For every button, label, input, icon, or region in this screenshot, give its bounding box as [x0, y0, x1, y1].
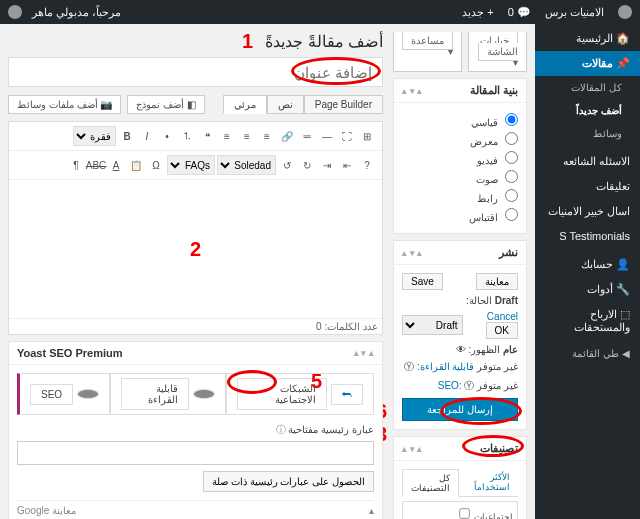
sidebar-sub-all[interactable]: كل المقالات [535, 76, 640, 99]
help-icon[interactable]: ? [358, 156, 376, 174]
ol-icon[interactable]: ⒈ [178, 127, 196, 145]
help-tab[interactable]: مساعدة ▾ [393, 32, 462, 72]
toggle-icon[interactable]: ▴ ▾ ▴ [402, 444, 422, 454]
publish-metabox: نشر▴ ▾ ▴ معاينة Save Draft الحالة: Cance… [393, 240, 527, 430]
new-content[interactable]: + جديد [462, 6, 493, 19]
word-count: عدد الكلمات: 0 [9, 318, 382, 334]
sidebar-item-ask[interactable]: اسال خبير الامنيات [535, 199, 640, 224]
indent-icon[interactable]: ⇥ [318, 156, 336, 174]
editor-toolbar-2: ? ⇤ ⇥ ↻ ↺ Soledad FAQs Ω 📋 A ABC ¶ [9, 151, 382, 180]
format-audio[interactable]: صوت [402, 168, 518, 187]
add-media-button[interactable]: 📷 أضف ملفات وسائط [8, 95, 121, 114]
editor-toolbar-1: ⊞ ⛶ — ═ 🔗 ≡ ≡ ≡ ❝ ⒈ • I B فقرة [9, 122, 382, 151]
site-name[interactable]: الامنيات برس [545, 6, 604, 19]
related-keywords-button[interactable]: الحصول على عبارات رئيسية ذات صلة [203, 471, 374, 492]
kitchen-sink-icon[interactable]: ⊞ [358, 127, 376, 145]
italic-icon[interactable]: I [138, 127, 156, 145]
fullscreen-icon[interactable]: ⛶ [338, 127, 356, 145]
align-center-icon[interactable]: ≡ [238, 127, 256, 145]
sidebar-item-testimonials[interactable]: S Testimonials [535, 224, 640, 248]
undo-icon[interactable]: ↺ [278, 156, 296, 174]
readmore-icon[interactable]: — [318, 127, 336, 145]
sidebar-item-earnings[interactable]: ⬚ الارباح والمستحقات [535, 302, 640, 340]
status-select[interactable]: Draft [402, 315, 463, 335]
sidebar-item-faq[interactable]: الاسئله الشائعه [535, 149, 640, 174]
align-left-icon[interactable]: ≡ [258, 127, 276, 145]
soledad-select[interactable]: Soledad [217, 155, 276, 175]
add-form-button[interactable]: ◧ أضف نموذج [127, 95, 205, 114]
annotation-1: 1 [242, 30, 253, 53]
outdent-icon[interactable]: ⇤ [338, 156, 356, 174]
hr-icon[interactable]: ═ [298, 127, 316, 145]
ok-button[interactable]: OK [486, 322, 518, 339]
avatar[interactable] [8, 5, 22, 19]
rtl-icon[interactable]: ¶ [67, 156, 85, 174]
sidebar-item-comments[interactable]: تعليقات [535, 174, 640, 199]
ul-icon[interactable]: • [158, 127, 176, 145]
yoast-tab-social[interactable]: ⮪ الشبكات الاجتماعية [226, 373, 374, 415]
collapse-menu[interactable]: ◀ طي القائمة [535, 340, 640, 367]
keyword-label: عبارة رئيسية مفتاحية [288, 424, 374, 435]
strike-icon[interactable]: ABC [87, 156, 105, 174]
annotation-2: 2 [190, 238, 201, 261]
format-metabox: بنية المقالة▴ ▾ ▴ قياسي معرض فيديو صوت ر… [393, 78, 527, 234]
help-icon[interactable]: ⓘ [276, 424, 286, 435]
format-select[interactable]: فقرة [73, 126, 116, 146]
google-preview-label: معاينة Google [17, 505, 76, 516]
toggle-icon[interactable]: ▴ ▾ ▴ [354, 348, 374, 358]
sidebar-item-profile[interactable]: 👤 حسابك [535, 252, 640, 277]
link-icon[interactable]: 🔗 [278, 127, 296, 145]
paste-icon[interactable]: 📋 [127, 156, 145, 174]
cat-tab-used[interactable]: الأكثر استخداماً [459, 469, 518, 496]
yoast-heading: Yoast SEO Premium [17, 347, 123, 359]
admin-sidebar: 🏠 الرئيسية 📌 مقالات كل المقالات أضف جديد… [535, 24, 640, 519]
cat-tab-all[interactable]: كل التصنيفات [402, 469, 459, 497]
yoast-metabox: ▴ ▾ ▴Yoast SEO Premium ⮪ الشبكات الاجتما… [8, 341, 383, 519]
tab-visual[interactable]: مرئي [223, 95, 267, 114]
categories-list[interactable]: اجتماعيات أخبار التعليم أخبار المهنة الت… [402, 501, 518, 519]
comments-count[interactable]: 💬 0 [508, 6, 531, 19]
sidebar-item-posts[interactable]: 📌 مقالات [535, 51, 640, 76]
save-button[interactable]: Save [402, 273, 443, 290]
admin-toolbar: الامنيات برس 💬 0 + جديد مرحباً، مدبولي م… [0, 0, 640, 24]
format-standard[interactable]: قياسي [402, 111, 518, 130]
sidebar-sub-media[interactable]: وسائط [535, 122, 640, 145]
sidebar-item-dashboard[interactable]: 🏠 الرئيسية [535, 26, 640, 51]
content-editor: ⊞ ⛶ — ═ 🔗 ≡ ≡ ≡ ❝ ⒈ • I B فقرة ? [8, 121, 383, 335]
categories-heading: تصنيفات [480, 442, 518, 455]
tab-builder[interactable]: Page Builder [304, 95, 383, 114]
tab-text[interactable]: نص [267, 95, 304, 114]
format-heading: بنية المقالة [470, 84, 518, 97]
faqs-select[interactable]: FAQs [167, 155, 215, 175]
bold-icon[interactable]: B [118, 127, 136, 145]
keyword-input[interactable] [17, 441, 374, 465]
yoast-tab-read[interactable]: قابلية القراءة [110, 373, 226, 415]
greeting[interactable]: مرحباً، مدبولي ماهر [32, 6, 121, 19]
cat-item[interactable]: اجتماعيات [407, 506, 513, 519]
redo-icon[interactable]: ↻ [298, 156, 316, 174]
preview-button[interactable]: معاينة [476, 273, 518, 290]
share-icon: ⮪ [331, 384, 363, 405]
cancel-link[interactable]: Cancel [487, 311, 518, 322]
format-link[interactable]: رابط [402, 187, 518, 206]
color-icon[interactable]: A [107, 156, 125, 174]
sidebar-item-tools[interactable]: 🔧 أدوات [535, 277, 640, 302]
chevron-up-icon[interactable]: ▴ [369, 505, 374, 516]
wp-logo-icon[interactable] [618, 5, 632, 19]
sidebar-sub-addnew[interactable]: أضف جديداً [535, 99, 640, 122]
charmap-icon[interactable]: Ω [147, 156, 165, 174]
post-title-input[interactable] [8, 57, 383, 87]
format-gallery[interactable]: معرض [402, 130, 518, 149]
screen-options-tab[interactable]: خيارات الشاشة ▾ [468, 32, 527, 72]
format-quote[interactable]: اقتباس [402, 206, 518, 225]
blockquote-icon[interactable]: ❝ [198, 127, 216, 145]
format-video[interactable]: فيديو [402, 149, 518, 168]
submit-review-button[interactable]: إرسال للمراجعة [402, 398, 518, 421]
editor-textarea[interactable]: 2 [9, 180, 382, 318]
align-right-icon[interactable]: ≡ [218, 127, 236, 145]
categories-metabox: تصنيفات▴ ▾ ▴ الأكثر استخداماً كل التصنيف… [393, 436, 527, 519]
publish-heading: نشر [499, 246, 518, 259]
toggle-icon[interactable]: ▴ ▾ ▴ [402, 86, 422, 96]
yoast-tab-seo[interactable]: SEO [17, 373, 110, 415]
toggle-icon[interactable]: ▴ ▾ ▴ [402, 248, 422, 258]
